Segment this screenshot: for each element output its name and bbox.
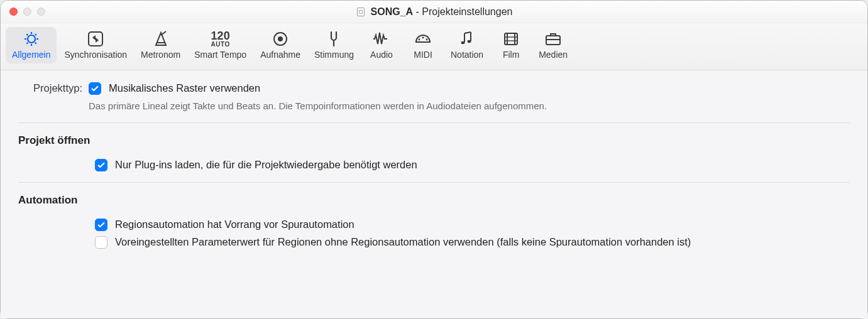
tab-general[interactable]: Allgemein <box>6 27 57 63</box>
toolbar: Allgemein Synchronisation Metronom 120 A… <box>1 23 867 70</box>
tab-smart-tempo[interactable]: 120 AUTO Smart Tempo <box>188 27 253 63</box>
content-pane: Projekttyp: Musikalisches Raster verwend… <box>1 70 867 318</box>
zoom-button[interactable] <box>37 8 45 16</box>
svg-line-9 <box>26 43 28 44</box>
tab-midi[interactable]: MIDI <box>403 27 443 63</box>
tab-assets-label: Medien <box>539 50 568 60</box>
tab-assets[interactable]: Medien <box>532 27 574 63</box>
gear-icon <box>21 30 42 48</box>
project-type-help: Das primäre Lineal zeigt Takte und Beats… <box>89 100 850 111</box>
music-notes-icon <box>456 30 478 48</box>
traffic-lights <box>9 8 45 16</box>
titlebar: SONG_A - Projekteinstellungen <box>1 1 867 23</box>
region-priority-checkbox[interactable] <box>95 219 107 231</box>
divider <box>18 122 850 123</box>
tab-audio[interactable]: Audio <box>361 27 402 63</box>
tab-general-label: Allgemein <box>12 50 50 60</box>
midi-connector-icon <box>412 30 434 48</box>
minimize-button[interactable] <box>23 8 31 16</box>
svg-line-10 <box>35 34 36 35</box>
region-priority-label: Regionsautomation hat Vorrang vor Spurau… <box>115 219 354 230</box>
use-music-grid-checkbox[interactable] <box>89 82 101 95</box>
doc-name: SONG_A <box>371 6 414 17</box>
window-title: SONG_A - Projekteinstellungen <box>1 6 867 18</box>
svg-point-17 <box>422 37 424 39</box>
svg-point-2 <box>28 35 35 43</box>
record-icon <box>270 30 291 48</box>
svg-rect-0 <box>357 8 364 16</box>
window-subtitle: Projekteinstellungen <box>422 6 512 17</box>
svg-point-1 <box>359 10 363 14</box>
tab-film[interactable]: Film <box>491 27 531 63</box>
filmstrip-icon <box>500 30 522 48</box>
preset-param-value-label: Voreingestellten Parameterwert für Regio… <box>115 236 691 248</box>
load-needed-plugins-label: Nur Plug-ins laden, die für die Projektw… <box>115 159 417 171</box>
waveform-icon <box>371 30 392 48</box>
tab-tuning[interactable]: Stimmung <box>308 27 360 63</box>
briefcase-icon <box>542 30 564 48</box>
svg-point-18 <box>426 39 428 41</box>
tab-metronome[interactable]: Metronom <box>135 27 187 63</box>
tab-audio-label: Audio <box>370 50 393 60</box>
divider <box>18 182 850 183</box>
project-settings-window: SONG_A - Projekteinstellungen Allgemein … <box>0 0 868 319</box>
smart-tempo-icon: 120 AUTO <box>210 30 231 48</box>
tab-sync-label: Synchronisation <box>64 50 127 60</box>
svg-point-19 <box>461 41 465 44</box>
open-project-title: Projekt öffnen <box>18 134 850 147</box>
tab-smarttempo-label: Smart Tempo <box>194 50 246 60</box>
tab-notation-label: Notation <box>451 50 483 60</box>
preset-param-value-checkbox[interactable] <box>95 236 107 249</box>
svg-line-7 <box>26 34 28 35</box>
tab-recording[interactable]: Aufnahme <box>254 27 307 63</box>
tuning-fork-icon <box>323 30 344 48</box>
svg-point-15 <box>278 36 283 41</box>
metronome-icon <box>150 30 172 48</box>
load-needed-plugins-checkbox[interactable] <box>95 159 107 171</box>
tab-recording-label: Aufnahme <box>260 50 300 60</box>
tab-metronome-label: Metronom <box>141 50 180 60</box>
svg-point-16 <box>419 39 420 41</box>
project-type-label: Projekttyp: <box>18 82 89 94</box>
svg-point-20 <box>468 40 471 43</box>
sync-icon <box>85 30 106 48</box>
use-music-grid-label: Musikalisches Raster verwenden <box>109 82 260 94</box>
tab-synchronization[interactable]: Synchronisation <box>58 27 133 63</box>
automation-title: Automation <box>18 194 850 207</box>
tab-notation[interactable]: Notation <box>444 27 490 63</box>
document-icon <box>356 7 366 17</box>
svg-line-8 <box>35 43 36 44</box>
close-button[interactable] <box>9 8 18 16</box>
tab-film-label: Film <box>503 50 519 60</box>
tab-tuning-label: Stimmung <box>314 50 354 60</box>
tab-midi-label: MIDI <box>414 50 432 60</box>
